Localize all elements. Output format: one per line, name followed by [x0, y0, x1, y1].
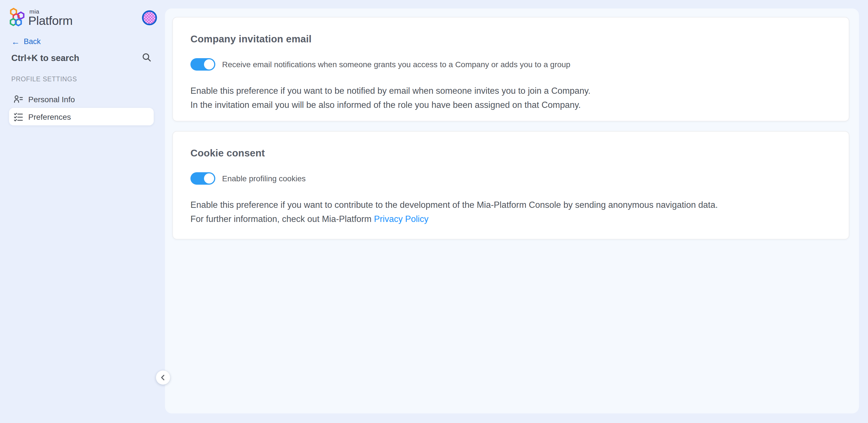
sidebar-collapse-button[interactable]	[156, 370, 170, 385]
user-avatar[interactable]	[142, 10, 157, 25]
search-icon	[142, 52, 151, 64]
card-company-invitation-email: Company invitation email Receive email n…	[173, 17, 849, 122]
description-line: Enable this preference if you want to co…	[190, 200, 718, 209]
chevron-left-icon	[159, 374, 167, 381]
logo-wordmark: mia Platform	[28, 7, 73, 27]
sidebar-item-preferences[interactable]: Preferences	[9, 108, 154, 125]
logo-text-mia: mia	[29, 8, 73, 14]
checklist-icon	[13, 112, 23, 122]
card-description: Enable this preference if you want to be…	[190, 84, 831, 112]
sidebar-item-label: Preferences	[28, 112, 71, 121]
profiling-cookies-toggle[interactable]	[190, 172, 215, 185]
app-root: mia Platform ← Back Ctrl+K to search	[0, 0, 868, 423]
card-description: Enable this preference if you want to co…	[190, 198, 831, 226]
toggle-label: Enable profiling cookies	[222, 174, 306, 183]
toggle-label: Receive email notifications when someone…	[222, 60, 570, 69]
mia-platform-hexagons-icon	[8, 7, 27, 29]
section-label-profile-settings: PROFILE SETTINGS	[11, 76, 77, 83]
mia-platform-logo: mia Platform	[8, 7, 73, 29]
description-line: In the invitation email you will be also…	[190, 100, 581, 109]
company-invitation-email-toggle[interactable]	[190, 58, 215, 71]
main-content-panel: Company invitation email Receive email n…	[165, 8, 859, 413]
card-cookie-consent: Cookie consent Enable profiling cookies …	[173, 131, 849, 239]
user-with-lines-icon	[13, 94, 23, 104]
toggle-knob	[204, 173, 214, 184]
toggle-knob	[204, 59, 214, 69]
description-line: Enable this preference if you want to be…	[190, 86, 591, 95]
privacy-policy-link[interactable]: Privacy Policy	[374, 214, 429, 224]
toggle-row: Receive email notifications when someone…	[190, 58, 831, 71]
back-link-label: Back	[24, 37, 41, 46]
arrow-left-icon: ←	[11, 37, 20, 46]
description-line: For further information, check out Mia-P…	[190, 214, 374, 224]
toggle-row: Enable profiling cookies	[190, 172, 831, 185]
sidebar-item-label: Personal Info	[28, 95, 75, 104]
search-bar[interactable]: Ctrl+K to search	[11, 52, 151, 64]
card-title: Cookie consent	[190, 146, 831, 160]
search-placeholder: Ctrl+K to search	[11, 53, 79, 63]
sidebar-item-personal-info[interactable]: Personal Info	[9, 90, 154, 108]
card-title: Company invitation email	[190, 32, 831, 46]
logo-text-platform: Platform	[28, 15, 73, 27]
back-link[interactable]: ← Back	[11, 37, 41, 46]
sidebar: mia Platform ← Back Ctrl+K to search	[0, 0, 165, 423]
